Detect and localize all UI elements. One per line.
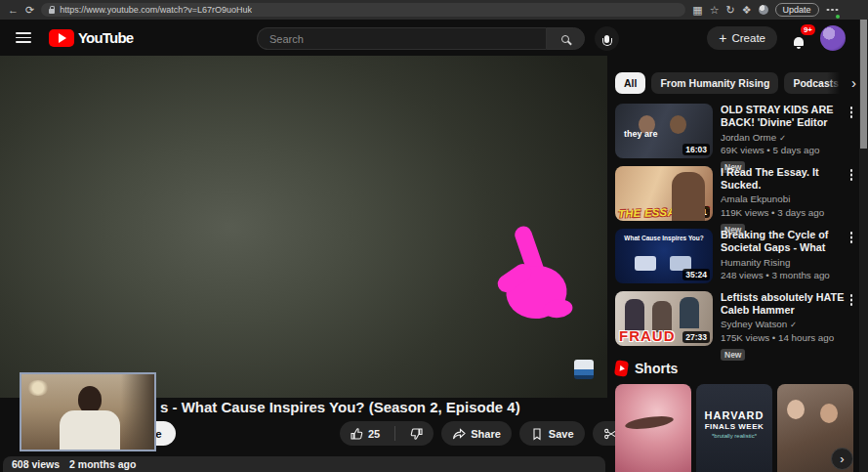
reload-icon[interactable]: ⟳ xyxy=(25,0,34,20)
back-icon[interactable]: ← xyxy=(8,0,19,20)
related-rail: All From Humanity Rising Podcasts Rela ›… xyxy=(615,72,856,472)
video-title: s - What Cause Inspires You? (Season 2, … xyxy=(160,399,605,415)
shorts-next-button[interactable]: › xyxy=(831,448,853,470)
user-avatar[interactable] xyxy=(820,25,846,51)
kebab-menu-icon[interactable] xyxy=(847,293,856,308)
youtube-logo-text: YouTube xyxy=(78,29,133,46)
favorites-icon[interactable]: ☆ xyxy=(710,0,720,20)
short-item[interactable] xyxy=(615,384,691,472)
shorts-icon xyxy=(614,360,629,377)
duration-badge: 10:51 xyxy=(682,206,710,218)
notifications-button[interactable]: 9+ xyxy=(789,27,808,49)
scrollbar-thumb[interactable] xyxy=(860,20,867,149)
upload-date: 2 months ago xyxy=(69,458,136,470)
header-right: + Create 9+ xyxy=(707,25,846,51)
duration-badge: 16:03 xyxy=(682,144,710,155)
like-count: 25 xyxy=(368,428,380,440)
search-input[interactable] xyxy=(257,27,546,50)
save-label: Save xyxy=(549,428,574,440)
create-label: Create xyxy=(731,32,765,44)
new-badge: New xyxy=(721,349,745,361)
verified-icon: ✓ xyxy=(779,133,786,143)
related-title: OLD STRAY KIDS ARE BACK! 'Divine' Editor… xyxy=(721,104,845,130)
related-title: Breaking the Cycle of Societal Gaps - Wh… xyxy=(721,229,845,255)
short-item[interactable]: HARVARD FINALS WEEK *brutally realistic* xyxy=(696,384,772,472)
video-thumbnail[interactable]: What Cause Inspires You? 35:24 xyxy=(615,229,713,283)
related-video[interactable]: THE ESSAY SUC 10:51 I Read The Essay. It… xyxy=(615,166,856,223)
thumbnail-text: THE ESSAY SUC xyxy=(618,204,710,219)
chip-all[interactable]: All xyxy=(615,72,645,94)
thumbs-down-icon xyxy=(410,427,424,441)
shorts-shelf: HARVARD FINALS WEEK *brutally realistic*… xyxy=(615,384,856,472)
share-button[interactable]: Share xyxy=(441,421,512,446)
share-icon xyxy=(452,427,466,441)
bookmark-icon xyxy=(530,427,544,441)
video-thumbnail[interactable]: FRAUD 27:33 xyxy=(615,291,713,346)
browser-menu-icon[interactable] xyxy=(826,0,840,20)
url-text: https://www.youtube.com/watch?v=L67rO9uo… xyxy=(60,5,252,15)
url-bar[interactable]: https://www.youtube.com/watch?v=L67rO9uo… xyxy=(41,3,685,17)
youtube-header: YouTube + Create 9+ xyxy=(0,20,859,56)
related-channel: Sydney Watson ✓ xyxy=(721,319,845,330)
verified-icon: ✓ xyxy=(790,320,797,329)
short-caption: *brutally realistic* xyxy=(696,433,772,439)
browser-toolbar: ← ⟳ https://www.youtube.com/watch?v=L67r… xyxy=(0,0,868,20)
youtube-play-icon xyxy=(49,29,74,47)
history-icon[interactable]: ↻ xyxy=(726,0,735,20)
chips-next-icon[interactable]: › xyxy=(827,72,856,94)
chip-from-humanity-rising[interactable]: From Humanity Rising xyxy=(651,72,778,94)
youtube-logo[interactable]: YouTube xyxy=(49,29,133,47)
related-channel: Jordan Orme ✓ xyxy=(721,132,845,144)
video-thumbnail[interactable]: THE ESSAY SUC 10:51 xyxy=(615,166,713,221)
lock-icon xyxy=(49,9,55,14)
search-icon xyxy=(561,35,569,43)
description-box[interactable]: 608 views 2 months ago xyxy=(3,456,605,472)
related-video[interactable]: FRAUD 27:33 Leftists absolutely HATE Cal… xyxy=(615,291,856,348)
duration-badge: 27:33 xyxy=(682,331,710,343)
view-count: 608 views xyxy=(12,458,60,470)
scrollbar[interactable] xyxy=(859,20,868,472)
extensions-icon[interactable]: ❖ xyxy=(742,0,752,20)
menu-icon[interactable] xyxy=(16,32,31,43)
short-caption: FINALS WEEK xyxy=(696,422,772,431)
create-button[interactable]: + Create xyxy=(707,26,777,50)
mic-icon xyxy=(604,35,609,43)
person-head xyxy=(78,386,102,413)
thumbnail-text: FRAUD xyxy=(619,327,676,344)
related-meta: 119K views • 3 days ago xyxy=(721,207,845,219)
duration-badge: 35:24 xyxy=(682,269,710,280)
related-video[interactable]: What Cause Inspires You? 35:24 Breaking … xyxy=(615,229,856,285)
kebab-menu-icon[interactable] xyxy=(847,106,856,120)
channel-watermark[interactable] xyxy=(574,360,594,379)
person-body xyxy=(60,410,120,451)
shorts-heading: Shorts xyxy=(635,361,678,376)
lamp-glow xyxy=(27,380,49,396)
video-thumbnail[interactable]: they are 16:03 xyxy=(615,104,713,158)
pink-hand-cursor xyxy=(488,220,578,325)
related-channel: Amala Ekpunobi xyxy=(721,193,845,205)
related-channel: Humanity Rising xyxy=(721,257,845,269)
related-meta: 69K views • 5 days ago xyxy=(721,145,845,156)
video-player[interactable] xyxy=(0,56,607,398)
filter-chips: All From Humanity Rising Podcasts Rela › xyxy=(615,72,856,94)
update-button[interactable]: Update xyxy=(775,3,819,17)
like-button[interactable]: 25 xyxy=(340,421,390,446)
browser-profile-icon[interactable] xyxy=(759,5,768,15)
tab-grid-icon[interactable]: ▦ xyxy=(692,0,702,20)
like-dislike-pill: 25 xyxy=(340,421,434,446)
plus-icon: + xyxy=(719,31,726,45)
save-button[interactable]: Save xyxy=(519,421,585,446)
search-button[interactable] xyxy=(546,27,585,50)
dislike-button[interactable] xyxy=(400,421,434,446)
kebab-menu-icon[interactable] xyxy=(847,231,856,245)
related-meta: 248 views • 3 months ago xyxy=(721,270,845,281)
share-label: Share xyxy=(471,428,501,440)
mic-button[interactable] xyxy=(595,26,619,51)
related-video[interactable]: they are 16:03 OLD STRAY KIDS ARE BACK! … xyxy=(615,104,856,160)
kebab-menu-icon[interactable] xyxy=(847,168,856,183)
search-area xyxy=(257,26,619,51)
webcam-overlay xyxy=(20,372,156,451)
related-title: I Read The Essay. It Sucked. xyxy=(721,166,845,192)
update-available-dot xyxy=(836,15,840,19)
short-caption: HARVARD xyxy=(696,409,772,421)
